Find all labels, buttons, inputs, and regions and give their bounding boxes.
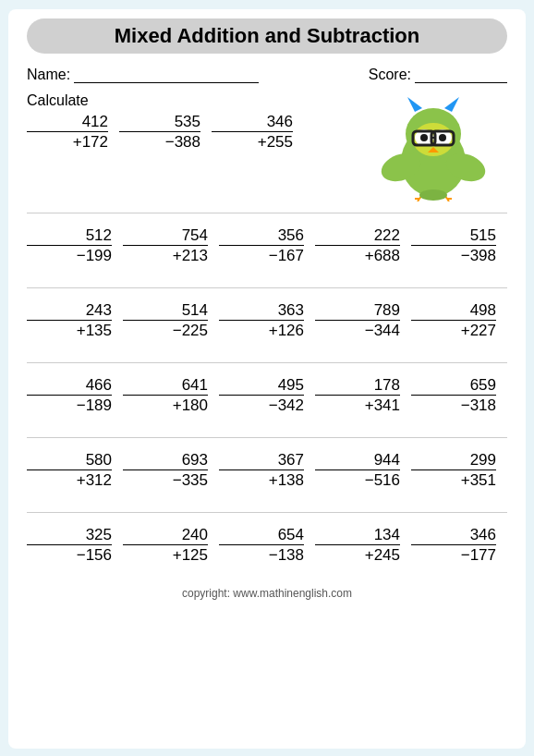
top-number: 356 [219,226,304,245]
top-number: 240 [123,526,208,544]
bottom-number: −318 [411,395,496,415]
calculate-label: Calculate [27,92,304,109]
top-number: 498 [411,301,496,320]
problem: 754+213 [123,226,219,265]
problem: 134+245 [315,526,411,565]
bottom-number: −199 [27,245,112,265]
bottom-number: +135 [27,320,112,340]
top-number: 412 [27,113,108,131]
bottom-number: −398 [411,245,496,265]
top-number: 363 [219,301,304,320]
bottom-number: −156 [27,544,112,565]
top-number: 944 [315,451,400,469]
top-number: 659 [411,376,496,395]
top-number: 325 [27,526,112,544]
top-number: 346 [411,526,496,544]
svg-marker-4 [407,97,422,112]
problem: 346−177 [411,526,507,565]
bottom-number: +172 [27,131,108,152]
bottom-number: −388 [119,131,200,152]
bottom-number: +180 [123,395,208,415]
top-number: 693 [123,451,208,469]
bottom-number: −177 [411,544,496,565]
problem: 495−342 [219,376,315,415]
bottom-number: +126 [219,320,304,340]
top-number: 466 [27,376,112,395]
problem: 535−388 [119,113,212,152]
bottom-number: +255 [212,131,293,152]
score-underline [415,67,507,83]
bottom-number: +125 [123,544,208,565]
problem: 178+341 [315,376,411,415]
problem: 498+227 [411,301,507,340]
owl-image [359,92,507,203]
top-number: 789 [315,301,400,320]
name-field: Name: [27,67,259,83]
top-number: 346 [212,113,293,131]
bottom-number: +138 [219,469,304,490]
bottom-number: +312 [27,469,112,490]
svg-point-22 [419,189,447,201]
top-number: 495 [219,376,304,395]
problem: 240+125 [123,526,219,565]
bottom-number: +688 [315,245,400,265]
problem: 325−156 [27,526,123,565]
problem: 789−344 [315,301,411,340]
svg-point-14 [439,134,446,141]
problem: 514−225 [123,301,219,340]
problem: 299+351 [411,451,507,490]
bottom-number: −335 [123,469,208,490]
row1-problems: 412+172535−388346+255 [27,113,304,157]
bottom-number: +341 [315,395,400,415]
top-number: 178 [315,376,400,395]
bottom-number: −167 [219,245,304,265]
bottom-number: +351 [411,469,496,490]
bottom-number: −189 [27,395,112,415]
bottom-number: −225 [123,320,208,340]
top-number: 222 [315,226,400,245]
worksheet-page: Mixed Addition and Subtraction Name: Sco… [8,9,526,749]
row6-problems: 325−156240+125654−138134+245346−177 [27,526,507,570]
top-number: 580 [27,451,112,469]
top-number: 514 [123,301,208,320]
top-number: 512 [27,226,112,245]
bottom-number: +245 [315,544,400,565]
name-score-row: Name: Score: [27,67,507,83]
row5-problems: 580+312693−335367+138944−516299+351 [27,451,507,495]
top-number: 535 [119,113,200,131]
score-field: Score: [369,67,507,83]
problem: 641+180 [123,376,219,415]
bottom-number: −344 [315,320,400,340]
bottom-number: +227 [411,320,496,340]
problem: 580+312 [27,451,123,490]
row2-problems: 512−199754+213356−167222+688515−398 [27,226,507,271]
score-label: Score: [369,67,411,83]
problem: 412+172 [27,113,119,152]
bottom-number: −516 [315,469,400,490]
bottom-number: +213 [123,245,208,265]
copyright-text: copyright: www.mathinenglish.com [27,587,507,600]
bottom-number: −138 [219,544,304,565]
top-number: 754 [123,226,208,245]
problem: 944−516 [315,451,411,490]
page-title: Mixed Addition and Subtraction [27,18,507,54]
name-underline [74,67,259,83]
top-number: 515 [411,226,496,245]
problem: 367+138 [219,451,315,490]
problem: 363+126 [219,301,315,340]
name-label: Name: [27,67,70,83]
problem: 222+688 [315,226,411,265]
top-number: 243 [27,301,112,320]
top-number: 641 [123,376,208,395]
svg-marker-5 [444,97,459,112]
problem: 693−335 [123,451,219,490]
svg-point-13 [420,134,428,141]
top-number: 367 [219,451,304,469]
problem: 356−167 [219,226,315,265]
problem: 659−318 [411,376,507,415]
top-number: 299 [411,451,496,469]
problem: 243+135 [27,301,123,340]
top-number: 134 [315,526,400,544]
top-number: 654 [219,526,304,544]
problem: 515−398 [411,226,507,265]
